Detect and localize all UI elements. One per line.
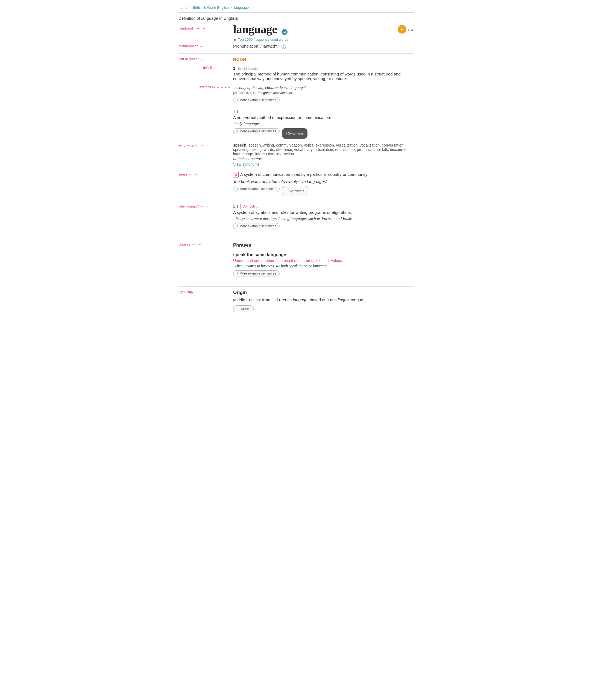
- breadcrumb: home › British & World English › languag…: [179, 5, 413, 10]
- phrases-label: phrases: [179, 242, 190, 246]
- etymology-heading: Origin: [233, 290, 413, 295]
- synonyms-archaic: archaic converse: [233, 157, 413, 161]
- more-examples-btn-1[interactable]: + More example sentences: [233, 97, 280, 103]
- sense1-1-number: 1.1: [233, 110, 413, 114]
- etymology-label: etymology: [179, 290, 194, 294]
- example-modifier: [AS MODIFIER]: ‘language development’: [233, 91, 413, 95]
- sense2-number-box: 2: [233, 172, 239, 178]
- examples-row: examples ············ ‘a study of the wa…: [179, 85, 413, 107]
- phrase-title: speak the same language: [233, 252, 413, 257]
- breadcrumb-entry[interactable]: language: [234, 5, 249, 10]
- breadcrumb-home[interactable]: home: [179, 5, 188, 10]
- computing-tag[interactable]: Computing: [241, 204, 260, 209]
- sense1-content: 1 [MASS NOUN] The principal method of hu…: [233, 66, 413, 83]
- headword-row: headword ·········· language ✏ cite: [179, 23, 413, 36]
- sense1-1-example: ‘body language’: [233, 122, 413, 126]
- headword-main: language: [233, 23, 413, 36]
- phrase-example: ‘when it comes to business, we both spea…: [233, 264, 413, 268]
- sense2-buttons: + More example sentences + Synonyms: [233, 186, 413, 196]
- label-annotation: label (domain) ·······: [179, 204, 233, 208]
- etymology-row: etymology ·········· Origin Middle Engli…: [179, 290, 413, 312]
- sense1-definition: The principal method of human communicat…: [233, 72, 413, 81]
- phrases-annotation: phrases ··········: [179, 242, 233, 246]
- more-examples-btn-1-1[interactable]: + More example sentences: [233, 128, 280, 134]
- examples-annotation: examples ············: [179, 85, 233, 90]
- label-label: label (domain): [179, 204, 199, 208]
- sense2-definition: A system of communication used by a part…: [240, 172, 368, 177]
- synonyms-content: speech, speech, writing, communication, …: [233, 143, 413, 167]
- synonyms-btn-2[interactable]: + Synonyms: [282, 186, 308, 196]
- cite-icon: ✏: [398, 25, 406, 34]
- examples-content: ‘a study of the way children learn langu…: [233, 85, 413, 107]
- sense1-1-definition: A non-verbal method of expression or com…: [233, 115, 413, 120]
- top1000-row: ★ Top 1000 frequently used words: [233, 37, 413, 42]
- pos-row: part of speech ······ NOUN: [179, 57, 413, 61]
- synonyms-row: synonyms ············ speech, speech, wr…: [179, 143, 413, 167]
- pos-value: NOUN: [233, 57, 246, 61]
- mass-noun-tag: [MASS NOUN]: [238, 67, 258, 70]
- more-examples-btn-2[interactable]: + More example sentences: [233, 186, 280, 192]
- pronunciation-content: Pronunciation: /ˈlaŋwɪdʒ/ ?: [233, 44, 286, 49]
- headword-annotation-container: headword ··········: [179, 23, 233, 30]
- phrases-content: Phrases speak the same language Understa…: [233, 242, 413, 281]
- more-examples-btn-2-1[interactable]: + More example sentences: [233, 223, 280, 229]
- label-content: 2.1 Computing A system of symbols and ru…: [233, 204, 413, 234]
- headword-dots: ··········: [194, 27, 205, 30]
- sense1-number: 1 [MASS NOUN]: [233, 66, 413, 71]
- sense-label: sense: [179, 173, 187, 176]
- sense2-example: ‘the book was translated into twenty-fiv…: [233, 179, 413, 184]
- phrases-section: phrases ·········· Phrases speak the sam…: [179, 242, 413, 281]
- section-divider-2: [179, 239, 413, 239]
- sense2-annotation: sense ··········: [179, 172, 233, 176]
- more-button[interactable]: + More: [233, 306, 254, 312]
- examples-label: examples: [200, 85, 213, 89]
- page-wrapper: home › British & World English › languag…: [173, 5, 419, 318]
- example1-text: ‘a study of the way children learn langu…: [233, 85, 413, 90]
- phrases-heading: Phrases: [233, 242, 413, 248]
- section-divider-3: [179, 286, 413, 287]
- help-icon[interactable]: ?: [282, 45, 286, 49]
- etymology-content: Origin Middle English: from Old French l…: [233, 290, 413, 312]
- audio-icon[interactable]: [282, 29, 288, 35]
- sense2-content: 2 A system of communication used by a pa…: [233, 172, 413, 200]
- sense2-1-example: ‘the systems were developed using langua…: [233, 216, 413, 221]
- section-divider-1: [179, 53, 413, 54]
- view-synonyms-link[interactable]: View synonyms: [233, 162, 413, 167]
- sense1-row: definition ·········· 1 [MASS NOUN] The …: [179, 66, 413, 83]
- headword-word: language: [233, 23, 277, 36]
- top1000-link[interactable]: Top 1000 frequently used words: [238, 38, 288, 42]
- pronunciation-label-text: pronunciation: [179, 44, 198, 48]
- sense2-row: sense ·········· 2 A system of communica…: [179, 172, 413, 200]
- synonyms-label: synonyms: [179, 144, 193, 147]
- pronunciation-label: Pronunciation:: [233, 44, 259, 48]
- phrase-def: Understand one another as a result of sh…: [233, 259, 413, 263]
- definition-annotation: definition ··········: [179, 66, 233, 71]
- label-domain-row: label (domain) ······· 2.1 Computing A s…: [179, 204, 413, 234]
- cite-label: cite: [408, 27, 413, 32]
- sense1-1-block: 1.1 A non-verbal method of expression or…: [233, 110, 413, 139]
- definition-label: definition: [203, 66, 216, 70]
- synonyms-annotation: synonyms ············: [179, 143, 233, 147]
- etymology-text: Middle English: from Old French langage,…: [233, 297, 413, 302]
- pronunciation-annotation: pronunciation ······: [179, 44, 233, 48]
- pos-annotation: part of speech ······: [179, 57, 233, 61]
- pronunciation-ipa: /ˈlaŋwɪdʒ/: [260, 44, 279, 48]
- sense2-1-number: 2.1 Computing: [233, 204, 413, 209]
- synonyms-list: speech, speech, writing, communication, …: [233, 143, 413, 156]
- star-icon: ★: [233, 37, 237, 42]
- definition-of-line: Definition of language in English:: [179, 16, 413, 20]
- sense1-1-buttons: + More example sentences - Synonyms: [233, 128, 413, 139]
- breadcrumb-section[interactable]: British & World English: [193, 5, 229, 10]
- more-examples-btn-phrase[interactable]: + More example sentences: [233, 270, 280, 276]
- pronunciation-row: pronunciation ······ Pronunciation: /ˈla…: [179, 44, 413, 49]
- sense2-1-definition: A system of symbols and rules for writin…: [233, 210, 413, 215]
- section-divider-4: [179, 318, 413, 318]
- etymology-annotation: etymology ··········: [179, 290, 233, 294]
- etymology-section: etymology ·········· Origin Middle Engli…: [179, 290, 413, 312]
- phrases-row: phrases ·········· Phrases speak the sam…: [179, 242, 413, 281]
- pos-label: part of speech: [179, 57, 199, 61]
- synonyms-btn-1-1[interactable]: - Synonyms: [282, 128, 307, 139]
- headword-label: headword: [179, 27, 193, 30]
- cite-button[interactable]: ✏ cite: [398, 25, 413, 34]
- headword-annotation: headword ··········: [179, 23, 233, 30]
